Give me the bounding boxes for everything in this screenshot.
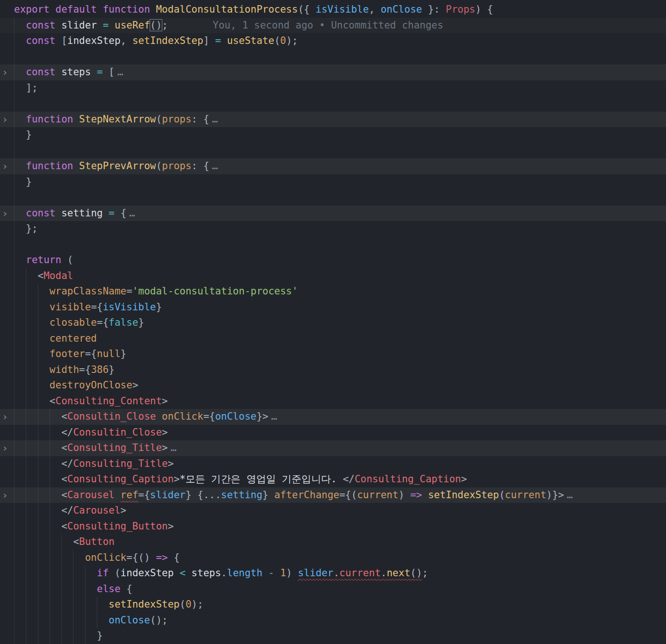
indent-guide: [14, 49, 14, 65]
code-token: slider: [298, 567, 333, 579]
indent-guide: [14, 378, 14, 394]
code-line[interactable]: [0, 143, 666, 159]
code-token: [14, 379, 50, 391]
code-line[interactable]: const [indexStep, setIndexStep] = useSta…: [0, 33, 666, 49]
code-line[interactable]: const slider = useRef();You, 1 second ag…: [0, 18, 666, 34]
code-line[interactable]: [0, 49, 666, 65]
code-line[interactable]: visible={isVisible}: [0, 300, 666, 315]
code-line[interactable]: › const setting = {…: [0, 206, 666, 222]
indent-guide: [85, 613, 86, 629]
code-token: props: [162, 160, 191, 172]
code-line[interactable]: };: [0, 221, 666, 237]
code-line[interactable]: destroyOnClose>: [0, 378, 666, 394]
code-line[interactable]: <Consulting_Content>: [0, 394, 666, 409]
code-token: [73, 114, 79, 125]
code-line[interactable]: › const steps = […: [0, 64, 666, 80]
indent-guide: [50, 550, 50, 566]
code-token: [109, 20, 115, 31]
folded-code-ellipsis[interactable]: …: [129, 208, 136, 219]
code-token: ,: [369, 4, 381, 15]
code-line[interactable]: </Consulting_Title>: [0, 456, 666, 472]
code-line[interactable]: [0, 190, 666, 206]
folded-code-ellipsis[interactable]: …: [271, 411, 278, 422]
code-token: props: [162, 114, 191, 125]
code-token: Consulting_Caption: [67, 473, 174, 485]
fold-chevron-icon[interactable]: ›: [2, 64, 8, 80]
code-line[interactable]: › function StepPrevArrow(props: {…: [0, 158, 666, 174]
indent-guide: [38, 487, 38, 503]
fold-chevron-icon[interactable]: ›: [2, 158, 8, 174]
code-line[interactable]: if (indexStep < steps.length - 1) slider…: [0, 565, 666, 581]
code-line[interactable]: }: [0, 628, 666, 644]
code-line[interactable]: closable={false}: [0, 315, 666, 331]
code-token: <: [14, 411, 67, 422]
indent-guide: [26, 487, 26, 503]
code-token: Modal: [43, 270, 73, 281]
code-line[interactable]: }: [0, 127, 666, 143]
folded-code-ellipsis[interactable]: …: [212, 160, 218, 172]
code-token: >: [168, 521, 174, 532]
indent-guide: [50, 472, 50, 487]
indent-guide: [97, 597, 97, 613]
code-line[interactable]: setIndexStep(0);: [0, 597, 666, 613]
fold-chevron-icon[interactable]: ›: [2, 440, 8, 456]
fold-chevron-icon[interactable]: ›: [2, 487, 8, 503]
code-token: >: [121, 505, 127, 516]
fold-chevron-icon[interactable]: ›: [2, 409, 8, 425]
code-line[interactable]: ];: [0, 80, 666, 96]
code-line[interactable]: › <Consulting_Title>…: [0, 440, 666, 456]
code-line[interactable]: <Button: [0, 534, 666, 550]
indent-guide: [26, 597, 26, 613]
code-line[interactable]: <Consulting_Button>: [0, 519, 666, 535]
code-line[interactable]: width={386}: [0, 362, 666, 378]
fold-chevron-icon[interactable]: ›: [2, 206, 8, 222]
code-token: StepPrevArrow: [79, 160, 156, 172]
code-line[interactable]: <Modal: [0, 268, 666, 284]
code-line[interactable]: centered: [0, 331, 666, 347]
code-line[interactable]: [0, 237, 666, 253]
code-line[interactable]: return (: [0, 252, 666, 268]
indent-guide: [14, 300, 14, 315]
code-line[interactable]: footer={null}: [0, 346, 666, 362]
indent-guide: [61, 550, 62, 566]
folded-code-ellipsis[interactable]: …: [212, 114, 218, 125]
code-line[interactable]: </Carousel>: [0, 503, 666, 519]
code-token: [56, 20, 62, 31]
code-line[interactable]: wrapClassName='modal-consultation-proces…: [0, 284, 666, 300]
code-line[interactable]: }: [0, 174, 666, 190]
code-token: footer: [50, 348, 85, 359]
code-line[interactable]: › function StepNextArrow(props: {…: [0, 112, 666, 128]
indent-guide: [14, 503, 14, 519]
indent-guide: [50, 628, 50, 644]
code-token: >: [162, 395, 168, 407]
folded-code-ellipsis[interactable]: …: [117, 66, 124, 78]
code-line[interactable]: onClick={() => {: [0, 550, 666, 566]
indent-guide: [26, 565, 26, 581]
code-token: =: [215, 35, 221, 46]
code-token: Props: [446, 4, 475, 15]
folded-code-ellipsis[interactable]: …: [567, 489, 573, 501]
code-line[interactable]: [0, 96, 666, 112]
code-token: current: [505, 489, 547, 501]
code-token: [14, 317, 50, 328]
indent-guide: [14, 33, 14, 49]
code-token: Carousel: [67, 489, 115, 501]
code-line[interactable]: </Consultin_Close>: [0, 425, 666, 441]
indent-guide: [38, 597, 38, 613]
code-line[interactable]: › <Carousel ref={slider} {...setting} af…: [0, 487, 666, 503]
code-line[interactable]: onClose();: [0, 613, 666, 629]
code-token: [56, 66, 62, 78]
code-token: }: [14, 630, 103, 641]
code-token: .: [381, 567, 387, 579]
code-line[interactable]: › <Consultin_Close onClick={onClose}>…: [0, 409, 666, 425]
code-editor[interactable]: export default function ModalConsultatio…: [0, 0, 666, 644]
code-line[interactable]: export default function ModalConsultatio…: [0, 2, 666, 18]
code-line[interactable]: <Consulting_Caption>*모든 기간은 영업일 기준입니다. <…: [0, 472, 666, 487]
indent-guide: [14, 331, 14, 347]
folded-code-ellipsis[interactable]: …: [171, 442, 177, 453]
code-token: [274, 567, 280, 579]
fold-chevron-icon[interactable]: ›: [2, 112, 8, 128]
indent-guide: [14, 190, 14, 206]
code-line[interactable]: else {: [0, 581, 666, 597]
indent-guide: [50, 613, 50, 629]
